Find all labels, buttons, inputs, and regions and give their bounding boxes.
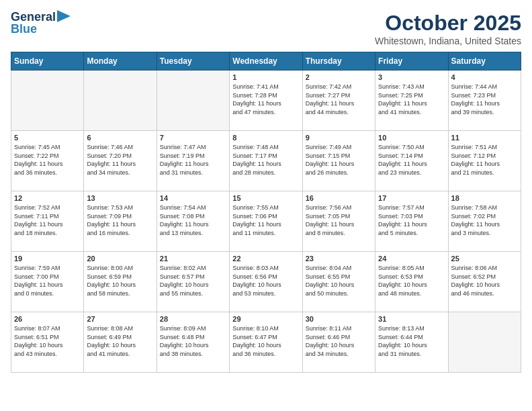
- logo: General Blue: [11, 11, 71, 35]
- day-info: Sunrise: 7:52 AMSunset: 7:11 PMDaylight:…: [14, 203, 81, 237]
- calendar-cell: 10Sunrise: 7:50 AMSunset: 7:14 PMDayligh…: [375, 131, 448, 191]
- calendar-week-row: 19Sunrise: 7:59 AMSunset: 7:00 PMDayligh…: [11, 252, 521, 312]
- day-info: Sunrise: 8:10 AMSunset: 6:47 PMDaylight:…: [232, 324, 299, 358]
- calendar-cell: 18Sunrise: 7:58 AMSunset: 7:02 PMDayligh…: [448, 191, 521, 252]
- day-number: 22: [232, 255, 299, 263]
- day-info: Sunrise: 8:08 AMSunset: 6:49 PMDaylight:…: [87, 324, 153, 358]
- day-number: 31: [378, 315, 445, 323]
- calendar-cell: 13Sunrise: 7:53 AMSunset: 7:09 PMDayligh…: [84, 191, 157, 252]
- day-number: 13: [87, 194, 153, 202]
- day-info: Sunrise: 8:05 AMSunset: 6:53 PMDaylight:…: [378, 264, 445, 298]
- day-info: Sunrise: 7:53 AMSunset: 7:09 PMDaylight:…: [87, 203, 153, 237]
- day-number: 18: [451, 194, 518, 202]
- day-info: Sunrise: 7:49 AMSunset: 7:15 PMDaylight:…: [306, 143, 372, 177]
- header-tuesday: Tuesday: [157, 52, 229, 71]
- day-number: 29: [232, 315, 299, 323]
- calendar-cell: 15Sunrise: 7:55 AMSunset: 7:06 PMDayligh…: [230, 191, 302, 252]
- day-info: Sunrise: 7:59 AMSunset: 7:00 PMDaylight:…: [14, 264, 81, 298]
- day-number: 17: [378, 194, 445, 202]
- calendar-cell: 5Sunrise: 7:45 AMSunset: 7:22 PMDaylight…: [11, 131, 84, 191]
- header-monday: Monday: [84, 52, 157, 71]
- calendar-cell: 4Sunrise: 7:44 AMSunset: 7:23 PMDaylight…: [448, 71, 521, 131]
- day-number: 24: [378, 255, 445, 263]
- calendar-cell: 9Sunrise: 7:49 AMSunset: 7:15 PMDaylight…: [302, 131, 375, 191]
- day-info: Sunrise: 8:09 AMSunset: 6:48 PMDaylight:…: [160, 324, 226, 358]
- day-number: 2: [306, 73, 372, 81]
- day-info: Sunrise: 7:55 AMSunset: 7:06 PMDaylight:…: [232, 203, 299, 237]
- day-info: Sunrise: 7:48 AMSunset: 7:17 PMDaylight:…: [232, 143, 299, 177]
- calendar-week-row: 1Sunrise: 7:41 AMSunset: 7:28 PMDaylight…: [11, 71, 521, 131]
- day-info: Sunrise: 7:51 AMSunset: 7:12 PMDaylight:…: [451, 143, 518, 177]
- day-number: 10: [378, 134, 445, 142]
- day-number: 12: [14, 194, 81, 202]
- calendar-cell: 25Sunrise: 8:06 AMSunset: 6:52 PMDayligh…: [448, 252, 521, 312]
- header-friday: Friday: [375, 52, 448, 71]
- day-number: 27: [87, 315, 153, 323]
- calendar-table: SundayMondayTuesdayWednesdayThursdayFrid…: [11, 52, 521, 373]
- calendar-cell: 17Sunrise: 7:57 AMSunset: 7:03 PMDayligh…: [375, 191, 448, 252]
- day-number: 5: [14, 134, 81, 142]
- calendar-cell: 12Sunrise: 7:52 AMSunset: 7:11 PMDayligh…: [11, 191, 84, 252]
- day-number: 7: [160, 134, 226, 142]
- day-number: 8: [232, 134, 299, 142]
- calendar-cell: 1Sunrise: 7:41 AMSunset: 7:28 PMDaylight…: [230, 71, 302, 131]
- calendar-cell: 19Sunrise: 7:59 AMSunset: 7:00 PMDayligh…: [11, 252, 84, 312]
- calendar-cell: 28Sunrise: 8:09 AMSunset: 6:48 PMDayligh…: [157, 312, 229, 373]
- calendar-week-row: 12Sunrise: 7:52 AMSunset: 7:11 PMDayligh…: [11, 191, 521, 252]
- day-number: 20: [87, 255, 153, 263]
- day-info: Sunrise: 7:46 AMSunset: 7:20 PMDaylight:…: [87, 143, 153, 177]
- day-number: 1: [232, 73, 299, 81]
- day-info: Sunrise: 7:56 AMSunset: 7:05 PMDaylight:…: [306, 203, 372, 237]
- day-info: Sunrise: 8:03 AMSunset: 6:56 PMDaylight:…: [232, 264, 299, 298]
- calendar-cell: 2Sunrise: 7:42 AMSunset: 7:27 PMDaylight…: [302, 71, 375, 131]
- calendar-cell: 14Sunrise: 7:54 AMSunset: 7:08 PMDayligh…: [157, 191, 229, 252]
- calendar-cell: 3Sunrise: 7:43 AMSunset: 7:25 PMDaylight…: [375, 71, 448, 131]
- calendar-cell: [11, 71, 84, 131]
- calendar-title: October 2025: [375, 11, 521, 36]
- day-number: 30: [306, 315, 372, 323]
- day-info: Sunrise: 7:43 AMSunset: 7:25 PMDaylight:…: [378, 83, 445, 116]
- calendar-week-row: 5Sunrise: 7:45 AMSunset: 7:22 PMDaylight…: [11, 131, 521, 191]
- day-info: Sunrise: 7:41 AMSunset: 7:28 PMDaylight:…: [232, 83, 299, 116]
- calendar-cell: 16Sunrise: 7:56 AMSunset: 7:05 PMDayligh…: [302, 191, 375, 252]
- day-number: 14: [160, 194, 226, 202]
- calendar-cell: [84, 71, 157, 131]
- day-info: Sunrise: 8:06 AMSunset: 6:52 PMDaylight:…: [451, 264, 518, 298]
- calendar-cell: 31Sunrise: 8:13 AMSunset: 6:44 PMDayligh…: [375, 312, 448, 373]
- calendar-cell: 20Sunrise: 8:00 AMSunset: 6:59 PMDayligh…: [84, 252, 157, 312]
- calendar-cell: 11Sunrise: 7:51 AMSunset: 7:12 PMDayligh…: [448, 131, 521, 191]
- logo-general-text: General: [11, 11, 56, 23]
- calendar-cell: [157, 71, 229, 131]
- calendar-subtitle: Whitestown, Indiana, United States: [375, 36, 521, 46]
- logo-blue-text: Blue: [11, 23, 37, 35]
- calendar-cell: [448, 312, 521, 373]
- title-section: October 2025 Whitestown, Indiana, United…: [375, 11, 521, 46]
- header-wednesday: Wednesday: [230, 52, 302, 71]
- day-number: 11: [451, 134, 518, 142]
- day-number: 26: [14, 315, 81, 323]
- day-info: Sunrise: 7:57 AMSunset: 7:03 PMDaylight:…: [378, 203, 445, 237]
- calendar-cell: 22Sunrise: 8:03 AMSunset: 6:56 PMDayligh…: [230, 252, 302, 312]
- svg-marker-0: [57, 10, 71, 22]
- day-number: 25: [451, 255, 518, 263]
- day-info: Sunrise: 8:07 AMSunset: 6:51 PMDaylight:…: [14, 324, 81, 358]
- day-number: 9: [306, 134, 372, 142]
- page-header: General Blue October 2025 Whitestown, In…: [11, 11, 521, 46]
- day-number: 28: [160, 315, 226, 323]
- day-info: Sunrise: 7:47 AMSunset: 7:19 PMDaylight:…: [160, 143, 226, 177]
- day-number: 4: [451, 73, 518, 81]
- day-info: Sunrise: 7:54 AMSunset: 7:08 PMDaylight:…: [160, 203, 226, 237]
- header-sunday: Sunday: [11, 52, 84, 71]
- day-info: Sunrise: 7:42 AMSunset: 7:27 PMDaylight:…: [306, 83, 372, 116]
- day-info: Sunrise: 8:02 AMSunset: 6:57 PMDaylight:…: [160, 264, 226, 298]
- day-info: Sunrise: 7:45 AMSunset: 7:22 PMDaylight:…: [14, 143, 81, 177]
- day-number: 23: [306, 255, 372, 263]
- day-number: 21: [160, 255, 226, 263]
- calendar-cell: 30Sunrise: 8:11 AMSunset: 6:46 PMDayligh…: [302, 312, 375, 373]
- day-info: Sunrise: 8:13 AMSunset: 6:44 PMDaylight:…: [378, 324, 445, 358]
- calendar-cell: 29Sunrise: 8:10 AMSunset: 6:47 PMDayligh…: [230, 312, 302, 373]
- calendar-cell: 24Sunrise: 8:05 AMSunset: 6:53 PMDayligh…: [375, 252, 448, 312]
- calendar-cell: 26Sunrise: 8:07 AMSunset: 6:51 PMDayligh…: [11, 312, 84, 373]
- day-info: Sunrise: 7:58 AMSunset: 7:02 PMDaylight:…: [451, 203, 518, 237]
- calendar-cell: 7Sunrise: 7:47 AMSunset: 7:19 PMDaylight…: [157, 131, 229, 191]
